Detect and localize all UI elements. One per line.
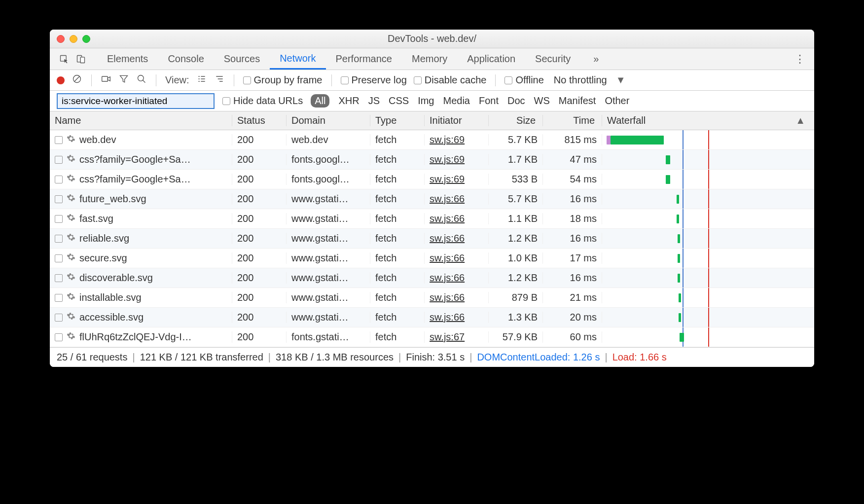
tab-performance[interactable]: Performance (326, 48, 402, 70)
row-checkbox[interactable] (55, 294, 63, 302)
request-size: 1.2 KB (489, 272, 543, 284)
col-status[interactable]: Status (232, 115, 287, 126)
filter-type-doc[interactable]: Doc (507, 95, 525, 107)
tab-network[interactable]: Network (270, 48, 325, 70)
maximize-button[interactable] (82, 35, 90, 43)
table-row[interactable]: fast.svg200www.gstati…fetchsw.js:661.1 K… (50, 209, 814, 229)
filter-input[interactable] (57, 93, 215, 109)
col-size[interactable]: Size (489, 115, 543, 126)
request-waterfall (602, 150, 814, 169)
tab-sources[interactable]: Sources (214, 48, 270, 70)
request-domain: www.gstati… (287, 233, 370, 244)
tab-console[interactable]: Console (158, 48, 214, 70)
device-toolbar-icon[interactable] (72, 48, 89, 70)
table-row[interactable]: css?family=Google+Sa…200fonts.googl…fetc… (50, 150, 814, 170)
request-initiator[interactable]: sw.js:67 (425, 331, 489, 343)
request-domain: www.gstati… (287, 312, 370, 323)
request-initiator[interactable]: sw.js:66 (425, 252, 489, 264)
row-checkbox[interactable] (55, 254, 63, 262)
group-by-frame-checkbox[interactable]: Group by frame (243, 74, 323, 86)
gear-icon (67, 292, 75, 303)
table-row[interactable]: flUhRq6tzZclQEJ-Vdg-I…200fonts.gstati…fe… (50, 327, 814, 347)
request-waterfall (602, 170, 814, 189)
request-size: 5.7 KB (489, 134, 543, 145)
disable-cache-checkbox[interactable]: Disable cache (414, 74, 487, 86)
panel-tabs: ElementsConsoleSourcesNetworkPerformance… (50, 48, 814, 70)
throttling-select[interactable]: No throttling ▼ (554, 74, 626, 86)
table-row[interactable]: accessible.svg200www.gstati…fetchsw.js:6… (50, 308, 814, 327)
tab-elements[interactable]: Elements (97, 48, 158, 70)
row-checkbox[interactable] (55, 156, 63, 164)
row-checkbox[interactable] (55, 333, 63, 341)
filter-type-all[interactable]: All (311, 94, 329, 108)
filter-type-manifest[interactable]: Manifest (559, 95, 596, 107)
row-checkbox[interactable] (55, 274, 63, 282)
close-button[interactable] (57, 35, 65, 43)
status-finish: Finish: 3.51 s (406, 352, 465, 363)
request-initiator[interactable]: sw.js:66 (425, 312, 489, 323)
filter-icon[interactable] (118, 74, 129, 86)
clear-icon[interactable] (72, 74, 82, 86)
request-initiator[interactable]: sw.js:66 (425, 213, 489, 224)
col-name[interactable]: Name (50, 115, 232, 126)
table-row[interactable]: web.dev200web.devfetchsw.js:695.7 KB815 … (50, 130, 814, 150)
select-element-icon[interactable] (56, 48, 72, 70)
filter-type-font[interactable]: Font (479, 95, 499, 107)
gear-icon (67, 312, 75, 323)
gear-icon (67, 213, 75, 224)
row-checkbox[interactable] (55, 314, 63, 322)
minimize-button[interactable] (70, 35, 77, 43)
filter-type-other[interactable]: Other (605, 95, 629, 107)
filter-type-js[interactable]: JS (368, 95, 380, 107)
row-checkbox[interactable] (55, 195, 63, 203)
large-rows-icon[interactable] (196, 74, 207, 86)
request-initiator[interactable]: sw.js:69 (425, 174, 489, 185)
request-domain: fonts.googl… (287, 174, 370, 185)
request-domain: fonts.googl… (287, 154, 370, 165)
request-initiator[interactable]: sw.js:66 (425, 292, 489, 303)
filter-type-media[interactable]: Media (443, 95, 469, 107)
overview-icon[interactable] (214, 74, 225, 86)
more-tabs-chevron-icon[interactable]: » (583, 48, 609, 70)
filter-type-xhr[interactable]: XHR (338, 95, 359, 107)
col-initiator[interactable]: Initiator (425, 115, 489, 126)
tab-application[interactable]: Application (457, 48, 525, 70)
request-initiator[interactable]: sw.js:69 (425, 134, 489, 145)
col-domain[interactable]: Domain (287, 115, 370, 126)
table-row[interactable]: installable.svg200www.gstati…fetchsw.js:… (50, 288, 814, 308)
col-type[interactable]: Type (370, 115, 425, 126)
status-bar: 25 / 61 requests | 121 KB / 121 KB trans… (50, 347, 814, 367)
kebab-menu-icon[interactable]: ⋮ (786, 53, 814, 66)
filter-type-css[interactable]: CSS (389, 95, 409, 107)
table-row[interactable]: reliable.svg200www.gstati…fetchsw.js:661… (50, 229, 814, 249)
col-time[interactable]: Time (543, 115, 602, 126)
filter-type-img[interactable]: Img (418, 95, 434, 107)
table-row[interactable]: css?family=Google+Sa…200fonts.googl…fetc… (50, 170, 814, 189)
request-initiator[interactable]: sw.js:69 (425, 154, 489, 165)
tab-security[interactable]: Security (525, 48, 580, 70)
request-initiator[interactable]: sw.js:66 (425, 272, 489, 284)
svg-point-5 (138, 75, 144, 81)
table-row[interactable]: future_web.svg200www.gstati…fetchsw.js:6… (50, 189, 814, 209)
row-checkbox[interactable] (55, 235, 63, 243)
request-initiator[interactable]: sw.js:66 (425, 233, 489, 244)
preserve-log-checkbox[interactable]: Preserve log (341, 74, 407, 86)
camera-icon[interactable] (101, 74, 111, 86)
row-checkbox[interactable] (55, 176, 63, 183)
request-time: 16 ms (543, 272, 602, 284)
record-button[interactable] (57, 76, 65, 84)
table-row[interactable]: discoverable.svg200www.gstati…fetchsw.js… (50, 268, 814, 288)
table-row[interactable]: secure.svg200www.gstati…fetchsw.js:661.0… (50, 249, 814, 268)
row-checkbox[interactable] (55, 215, 63, 223)
request-size: 1.0 KB (489, 252, 543, 264)
col-waterfall[interactable]: Waterfall▲ (602, 115, 814, 126)
request-name: web.dev (79, 134, 116, 145)
row-checkbox[interactable] (55, 136, 63, 144)
hide-data-urls-checkbox[interactable]: Hide data URLs (222, 95, 303, 107)
request-initiator[interactable]: sw.js:66 (425, 193, 489, 205)
offline-checkbox[interactable]: Offline (504, 74, 543, 86)
tab-memory[interactable]: Memory (402, 48, 457, 70)
request-size: 1.7 KB (489, 154, 543, 165)
search-icon[interactable] (136, 74, 147, 86)
filter-type-ws[interactable]: WS (534, 95, 550, 107)
